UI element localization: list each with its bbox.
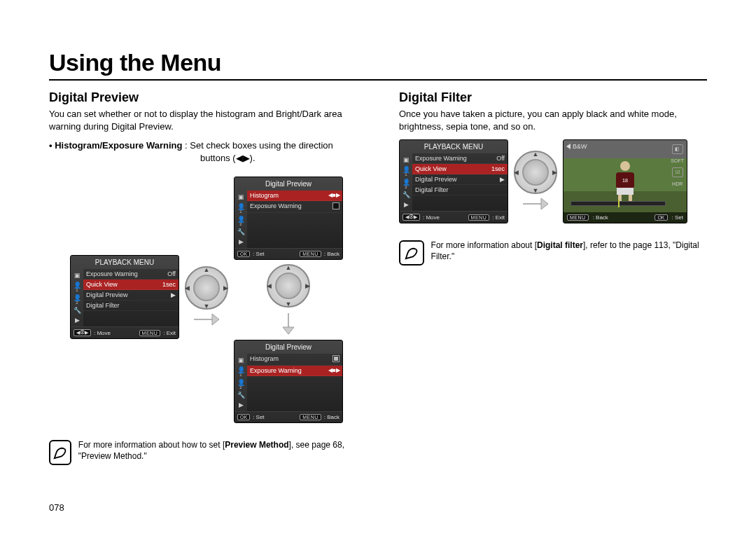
lcd2-footer-right: : Back <box>324 251 340 257</box>
section-title-digital-preview: Digital Preview <box>49 90 371 105</box>
lcd-digital-preview-1: Digital Preview ▣ 👤1 👤2 🔧 ▶ Histogram◀ ■… <box>234 177 343 260</box>
lcd2-row-histogram: Histogram◀ ■ ▶ <box>247 191 342 201</box>
rlcd1-footer-right: : Exit <box>492 214 505 221</box>
direction-dial-icon: ▲▼ ◀▶ <box>185 266 228 310</box>
rlcd1-footer-left: : Move <box>423 214 440 221</box>
fp-footer-right: : Set <box>672 214 683 221</box>
lcd3-footer-left-chip: OK <box>237 414 250 420</box>
direction-dial-icon: ▲▼ ◀▶ <box>514 151 557 194</box>
rlcd1-footer-right-chip: MENU <box>468 214 490 221</box>
lcd2-footer-right-chip: MENU <box>300 251 321 257</box>
wrench-icon: 🔧 <box>236 228 246 236</box>
note-right-bold: Digital filter <box>537 240 583 250</box>
histogram-bullet-line2: buttons (◀▶). <box>49 152 371 165</box>
lcd1-footer-left: : Move <box>94 330 111 336</box>
lcd-playback-menu-right: PLAYBACK MENU ▣ 👤1 👤2 🔧 ▶ Exposure Warni… <box>399 139 508 223</box>
histogram-bullet-rest: Set check boxes using the direction <box>190 140 333 151</box>
flow-arrow-down-icon <box>280 312 297 336</box>
camera-icon: ▣ <box>236 356 246 364</box>
histogram-bullet-sep: : <box>182 140 190 151</box>
right-column: Digital Filter Once you have taken a pic… <box>399 89 721 465</box>
rlcd1-side-icons: ▣ 👤1 👤2 🔧 ▶ <box>400 153 412 211</box>
flow-arrow-right-icon <box>522 195 550 212</box>
page-title: Using the Menu <box>49 49 707 81</box>
lcd1-row-digitalfilter: Digital Filter <box>83 301 178 311</box>
note-preview-method: For more information about how to set [P… <box>49 440 371 465</box>
left-triangle-icon <box>566 144 570 149</box>
lcd1-footer-right-chip: MENU <box>139 330 161 336</box>
filter-soft-label: SOFT <box>671 158 684 163</box>
lcd2-footer-left-chip: OK <box>237 251 250 257</box>
note-pencil-icon <box>49 440 71 465</box>
direction-dial-icon: ▲▼ ◀▶ <box>267 264 310 308</box>
jersey-number: 18 <box>616 172 634 188</box>
histogram-bullet-label: • Histogram/Exposure Warning <box>49 140 182 151</box>
lcd1-footer-right: : Exit <box>163 330 176 336</box>
lcd2-side-icons: ▣ 👤1 👤2 🔧 ▶ <box>234 191 247 248</box>
lcd-digital-preview-2: Digital Preview ▣ 👤1 👤2 🔧 ▶ Histogram <box>234 340 343 423</box>
note-right-pre: For more information about [ <box>431 240 537 250</box>
lcd1-title: PLAYBACK MENU <box>71 256 178 269</box>
filter-right-icons: ◧ SOFT ☑ HDR <box>671 144 684 186</box>
page-number: 078 <box>49 502 64 513</box>
lcd3-title: Digital Preview <box>234 340 342 354</box>
lcd1-row-digitalpreview: Digital Preview▶ <box>83 290 178 301</box>
camera-icon: ▣ <box>236 193 246 201</box>
note-left-pre: For more information about how to set [ <box>78 440 225 450</box>
rlcd1-row-digitalpreview: Digital Preview▶ <box>412 174 507 185</box>
lcd-playback-menu-left: PLAYBACK MENU ▣ 👤1 👤2 🔧 ▶ Exposure Warni… <box>70 255 179 339</box>
lcd3-row-histogram: Histogram <box>247 354 342 366</box>
camera-icon: ▣ <box>72 271 82 280</box>
play-icon: ▶ <box>72 316 82 324</box>
lcd3-row-exposure: Exposure Warning◀ ■ ▶ <box>247 366 342 376</box>
play-icon: ▶ <box>236 401 246 409</box>
filter-hdr-label: HDR <box>672 181 682 186</box>
histogram-bullet-rest2: buttons (◀▶). <box>200 153 255 163</box>
note-left-bold: Preview Method <box>225 440 288 450</box>
lcd3-footer-right-chip: MENU <box>300 414 321 420</box>
filter-slider-bar <box>570 201 666 206</box>
lcd1-row-quickview: Quick View1sec <box>83 280 178 290</box>
lcd3-footer-left: : Set <box>253 414 264 420</box>
filter-icon-2: ☑ <box>672 167 683 177</box>
lcd1-footer-left-chip: ◀⦿▶ <box>74 329 91 336</box>
lcd3-footer-right: : Back <box>324 414 340 420</box>
left-column: Digital Preview You can set whether or n… <box>49 89 371 465</box>
person-photo-illustration: 18 <box>613 161 637 203</box>
note-pencil-icon <box>399 240 424 265</box>
digital-preview-intro: You can set whether or not to display th… <box>49 108 371 132</box>
digital-filter-intro: Once you have taken a picture, you can a… <box>399 108 721 132</box>
fp-footer-left: : Back <box>593 214 608 221</box>
wrench-icon: 🔧 <box>72 306 82 315</box>
flow-arrow-right-icon <box>192 311 220 328</box>
histogram-bullet-line1: • Histogram/Exposure Warning : Set check… <box>49 139 371 152</box>
wrench-icon: 🔧 <box>401 191 411 199</box>
play-icon: ▶ <box>401 200 411 209</box>
filter-preview-image: B&W ◧ SOFT ☑ HDR 18 <box>563 139 687 223</box>
rlcd1-row-digitalfilter: Digital Filter <box>412 185 507 195</box>
rlcd1-row-quickview: Quick View1sec <box>412 164 507 174</box>
filter-mode-label: B&W <box>573 143 587 150</box>
camera-icon: ▣ <box>401 156 411 164</box>
filter-icon-1: ◧ <box>672 144 683 154</box>
section-title-digital-filter: Digital Filter <box>399 90 721 105</box>
lcd1-row-exposure: Exposure WarningOff <box>83 269 178 280</box>
note-digital-filter: For more information about [Digital filt… <box>399 240 721 265</box>
rlcd1-title: PLAYBACK MENU <box>400 140 507 153</box>
wrench-icon: 🔧 <box>236 391 246 399</box>
play-icon: ▶ <box>236 237 246 246</box>
fp-footer-left-chip: MENU <box>567 214 589 221</box>
rlcd1-footer-left-chip: ◀⦿▶ <box>402 214 420 221</box>
fp-footer-right-chip: OK <box>654 214 667 221</box>
rlcd1-row-exposure: Exposure WarningOff <box>412 153 507 164</box>
lcd2-footer-left: : Set <box>253 251 264 257</box>
lcd3-side-icons: ▣ 👤1 👤2 🔧 ▶ <box>234 354 247 411</box>
lcd-side-icons: ▣ 👤1 👤2 🔧 ▶ <box>71 269 83 326</box>
lcd2-title: Digital Preview <box>234 177 342 191</box>
lcd2-row-exposure: Exposure Warning <box>247 201 342 213</box>
